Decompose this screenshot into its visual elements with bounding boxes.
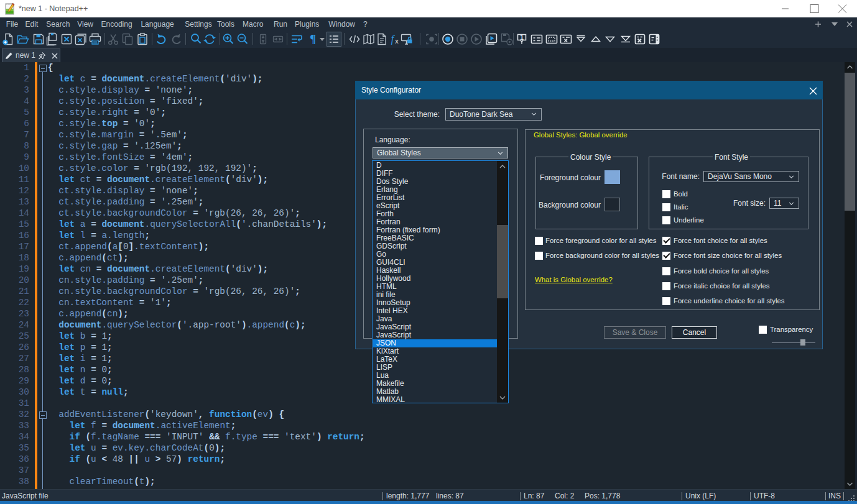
svg-text:x: x — [395, 37, 399, 45]
svg-text:1: 1 — [521, 34, 524, 41]
